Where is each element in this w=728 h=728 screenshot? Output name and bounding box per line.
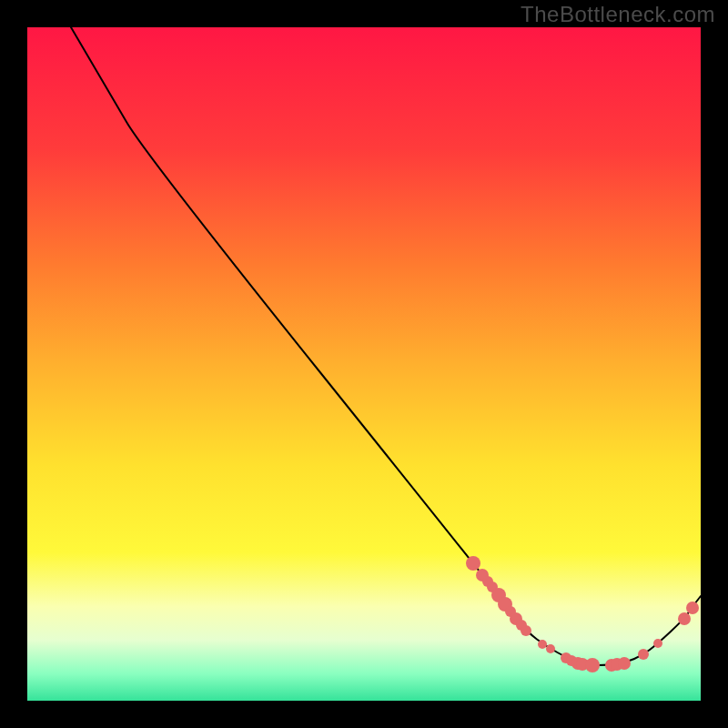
data-marker: [686, 602, 699, 614]
data-marker: [546, 644, 555, 653]
data-marker: [678, 612, 691, 625]
data-marker: [618, 657, 631, 670]
data-marker: [521, 625, 531, 636]
chart-plot: [0, 0, 728, 728]
chart-frame: TheBottleneck.com: [0, 0, 728, 728]
data-marker: [653, 639, 662, 648]
data-marker: [638, 649, 649, 660]
data-marker: [466, 556, 480, 571]
data-marker: [538, 640, 547, 649]
gradient-background: [27, 27, 701, 701]
data-marker: [585, 658, 600, 672]
